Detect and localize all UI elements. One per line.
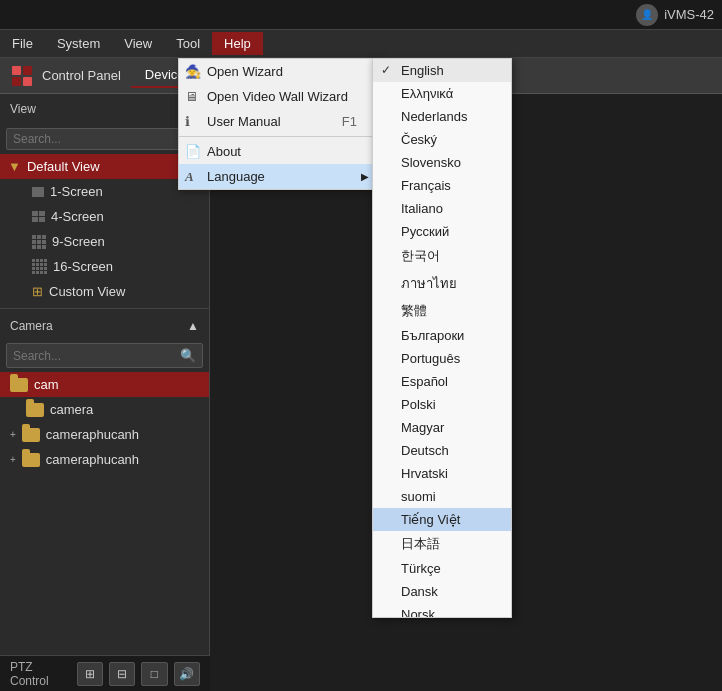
camera-label: Camera bbox=[10, 319, 53, 333]
toolbar-btn-single[interactable]: □ bbox=[141, 662, 167, 686]
cameraphucanh2-label: cameraphucanh bbox=[46, 452, 139, 467]
menubar: File System View Tool Help bbox=[0, 30, 722, 58]
4screen-icon bbox=[32, 211, 45, 222]
lang-item-ru[interactable]: Русский bbox=[373, 220, 511, 243]
lang-label: English bbox=[401, 63, 444, 78]
view-search-bar[interactable] bbox=[6, 128, 203, 150]
cp-logo bbox=[12, 66, 32, 86]
menu-file[interactable]: File bbox=[0, 32, 45, 55]
menu-system[interactable]: System bbox=[45, 32, 112, 55]
tree-item-16screen[interactable]: 16-Screen bbox=[0, 254, 209, 279]
view-label: View bbox=[10, 102, 36, 116]
videowall-icon: 🖥 bbox=[185, 89, 198, 104]
lang-label: suomi bbox=[401, 489, 436, 504]
lang-item-no[interactable]: Norsk bbox=[373, 603, 511, 618]
lang-item-th[interactable]: ภาษาไทย bbox=[373, 269, 511, 298]
cam-folder-cameraphucanh1[interactable]: + cameraphucanh bbox=[0, 422, 209, 447]
1screen-icon bbox=[32, 187, 44, 197]
bottom-toolbar: PTZ Control ⊞ ⊟ □ 🔊 bbox=[0, 655, 210, 691]
collapse-icon[interactable]: ▲ bbox=[187, 319, 199, 333]
cam-folder-camera[interactable]: camera bbox=[0, 397, 209, 422]
expand-icon2: + bbox=[10, 454, 16, 465]
titlebar: 👤 iVMS-42 bbox=[0, 0, 722, 30]
cp-title: Control Panel bbox=[42, 68, 121, 83]
camera-section-header: Camera ▲ bbox=[0, 313, 209, 339]
lang-item-ko[interactable]: 한국어 bbox=[373, 243, 511, 269]
menu-view[interactable]: View bbox=[112, 32, 164, 55]
cam-folder-label: cam bbox=[34, 377, 59, 392]
lang-label: ภาษาไทย bbox=[401, 276, 457, 291]
camera-search-input[interactable] bbox=[7, 346, 174, 366]
tree-item-label: Default View bbox=[27, 159, 100, 174]
lang-item-en[interactable]: ✓English bbox=[373, 59, 511, 82]
lang-label: Nederlands bbox=[401, 109, 468, 124]
lang-label: 한국어 bbox=[401, 248, 440, 263]
menu-tool[interactable]: Tool bbox=[164, 32, 212, 55]
tree-item-label: 16-Screen bbox=[53, 259, 113, 274]
lang-label: Türkçe bbox=[401, 561, 441, 576]
app-brand: 👤 iVMS-42 bbox=[636, 4, 714, 26]
about-icon: 📄 bbox=[185, 144, 201, 159]
custom-view-icon: ⊞ bbox=[32, 284, 43, 299]
checkmark-icon: ✓ bbox=[381, 63, 391, 77]
menu-item-video-wall[interactable]: 🖥 Open Video Wall Wizard bbox=[179, 84, 377, 109]
lang-item-tr[interactable]: Türkçe bbox=[373, 557, 511, 580]
tree-item-9screen[interactable]: 9-Screen bbox=[0, 229, 209, 254]
menu-item-language[interactable]: A Language bbox=[179, 164, 377, 189]
expand-icon: + bbox=[10, 429, 16, 440]
manual-icon: ℹ bbox=[185, 114, 190, 129]
lang-item-de[interactable]: Deutsch bbox=[373, 439, 511, 462]
lang-item-pt[interactable]: Português bbox=[373, 347, 511, 370]
lang-item-ja[interactable]: 日本語 bbox=[373, 531, 511, 557]
toolbar-btn-sound[interactable]: 🔊 bbox=[174, 662, 200, 686]
lang-label: Deutsch bbox=[401, 443, 449, 458]
camera-search-button[interactable]: 🔍 bbox=[174, 344, 202, 367]
lang-item-el[interactable]: Ελληνικά bbox=[373, 82, 511, 105]
lang-label: Português bbox=[401, 351, 460, 366]
menu-item-user-manual[interactable]: ℹ User Manual F1 bbox=[179, 109, 377, 134]
lang-item-vi[interactable]: Tiếng Việt bbox=[373, 508, 511, 531]
ptz-label: PTZ Control bbox=[10, 660, 71, 688]
lang-label: Slovensko bbox=[401, 155, 461, 170]
lang-label: Dansk bbox=[401, 584, 438, 599]
lang-item-es[interactable]: Español bbox=[373, 370, 511, 393]
user-avatar: 👤 bbox=[636, 4, 658, 26]
cam-folder-cam[interactable]: cam bbox=[0, 372, 209, 397]
toolbar-btn-4grid[interactable]: ⊟ bbox=[109, 662, 135, 686]
cam-folder-icon bbox=[10, 378, 28, 392]
lang-item-sk[interactable]: Slovensko bbox=[373, 151, 511, 174]
lang-item-fi[interactable]: suomi bbox=[373, 485, 511, 508]
tree-item-custom-view[interactable]: ⊞ Custom View bbox=[0, 279, 209, 304]
9screen-icon bbox=[32, 235, 46, 249]
lang-label: Българоки bbox=[401, 328, 464, 343]
help-menu-dropdown: 🧙 Open Wizard 🖥 Open Video Wall Wizard ℹ… bbox=[178, 58, 378, 190]
lang-label: Polski bbox=[401, 397, 436, 412]
menu-separator-1 bbox=[179, 136, 377, 137]
app-title: iVMS-42 bbox=[664, 7, 714, 22]
camera-search-bar[interactable]: 🔍 bbox=[6, 343, 203, 368]
cam-folder-cameraphucanh2[interactable]: + cameraphucanh bbox=[0, 447, 209, 472]
menu-item-about[interactable]: 📄 About bbox=[179, 139, 377, 164]
lang-label: 日本語 bbox=[401, 536, 440, 551]
lang-item-hr[interactable]: Hrvatski bbox=[373, 462, 511, 485]
lang-item-cs[interactable]: Český bbox=[373, 128, 511, 151]
tree-item-label: 4-Screen bbox=[51, 209, 104, 224]
menu-item-open-wizard[interactable]: 🧙 Open Wizard bbox=[179, 59, 377, 84]
lang-label: Český bbox=[401, 132, 437, 147]
lang-item-hu[interactable]: Magyar bbox=[373, 416, 511, 439]
lang-item-bg[interactable]: Българоки bbox=[373, 324, 511, 347]
lang-item-it[interactable]: Italiano bbox=[373, 197, 511, 220]
tree-item-4screen[interactable]: 4-Screen bbox=[0, 204, 209, 229]
lang-label: Français bbox=[401, 178, 451, 193]
lang-item-pl[interactable]: Polski bbox=[373, 393, 511, 416]
view-search-input[interactable] bbox=[13, 132, 196, 146]
lang-item-da[interactable]: Dansk bbox=[373, 580, 511, 603]
lang-item-nl[interactable]: Nederlands bbox=[373, 105, 511, 128]
lang-item-zh-tw[interactable]: 繁體 bbox=[373, 298, 511, 324]
menu-help[interactable]: Help bbox=[212, 32, 263, 55]
camera-folder-label: camera bbox=[50, 402, 93, 417]
lang-item-fr[interactable]: Français bbox=[373, 174, 511, 197]
camera-folder-icon bbox=[26, 403, 44, 417]
lang-label: Español bbox=[401, 374, 448, 389]
toolbar-btn-grid[interactable]: ⊞ bbox=[77, 662, 103, 686]
